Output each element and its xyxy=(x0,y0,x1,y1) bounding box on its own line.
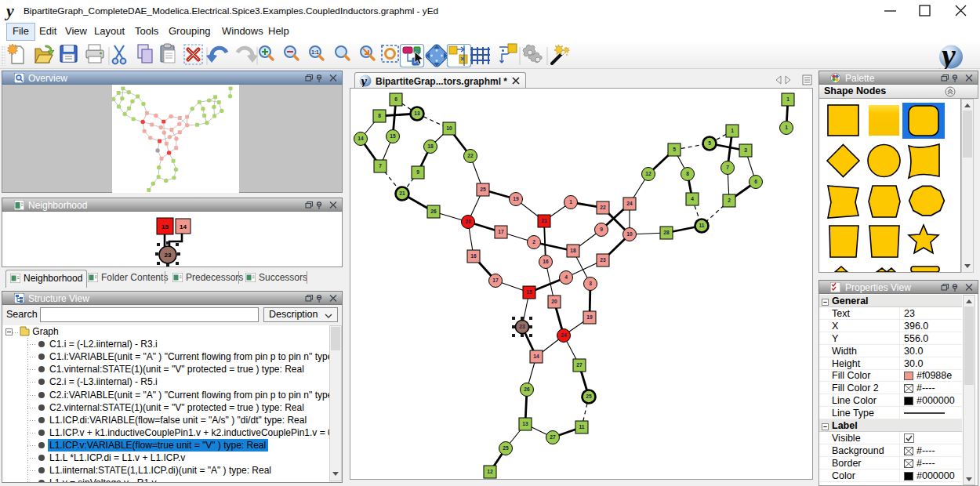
svg-text:5: 5 xyxy=(673,147,676,152)
svg-text:28: 28 xyxy=(663,230,670,235)
svg-text:15: 15 xyxy=(526,289,532,295)
svg-text:1:1: 1:1 xyxy=(311,49,319,55)
svg-text:23: 23 xyxy=(600,257,606,263)
svg-text:1: 1 xyxy=(731,128,734,133)
svg-text:16: 16 xyxy=(470,253,477,259)
svg-text:25: 25 xyxy=(480,187,486,192)
svg-text:23: 23 xyxy=(165,252,172,259)
svg-text:7: 7 xyxy=(726,165,729,170)
svg-text:17: 17 xyxy=(492,277,499,283)
svg-text:8: 8 xyxy=(378,113,381,118)
svg-text:7: 7 xyxy=(379,163,382,169)
svg-text:11: 11 xyxy=(699,223,705,228)
svg-text:18: 18 xyxy=(570,248,576,253)
svg-text:2: 2 xyxy=(532,239,535,245)
svg-text:17: 17 xyxy=(498,229,504,234)
svg-text:y: y xyxy=(938,45,956,69)
svg-text:19: 19 xyxy=(513,196,519,201)
svg-text:3: 3 xyxy=(589,281,592,286)
svg-text:11: 11 xyxy=(579,424,585,430)
svg-text:24: 24 xyxy=(626,201,633,206)
svg-text:20: 20 xyxy=(465,219,471,224)
svg-text:25: 25 xyxy=(503,445,509,451)
svg-text:25: 25 xyxy=(586,394,592,399)
svg-text:10: 10 xyxy=(626,231,633,237)
svg-text:13: 13 xyxy=(522,421,528,426)
svg-text:22: 22 xyxy=(467,153,474,158)
svg-text:22: 22 xyxy=(600,205,606,210)
svg-text:27: 27 xyxy=(550,434,556,440)
svg-text:1: 1 xyxy=(785,125,788,130)
svg-text:19: 19 xyxy=(586,314,593,320)
svg-text:1: 1 xyxy=(786,96,789,102)
svg-text:9: 9 xyxy=(600,227,603,232)
svg-text:16: 16 xyxy=(543,259,549,264)
svg-text:10: 10 xyxy=(446,125,452,131)
svg-text:15: 15 xyxy=(162,223,169,230)
svg-text:14: 14 xyxy=(180,223,187,230)
svg-text:6: 6 xyxy=(394,96,397,102)
svg-text:23: 23 xyxy=(519,324,525,329)
svg-text:y: y xyxy=(360,74,368,87)
svg-text:14: 14 xyxy=(358,136,364,141)
svg-text:4: 4 xyxy=(691,196,694,201)
svg-text:26: 26 xyxy=(430,209,437,214)
svg-text:14: 14 xyxy=(533,354,539,359)
svg-text:20: 20 xyxy=(551,299,557,304)
svg-text:1: 1 xyxy=(569,199,572,205)
svg-text:12: 12 xyxy=(487,469,493,474)
svg-text:18: 18 xyxy=(427,143,434,149)
svg-text:15: 15 xyxy=(390,133,396,139)
svg-text:21: 21 xyxy=(541,218,547,223)
svg-text:3: 3 xyxy=(744,147,747,153)
svg-text:8: 8 xyxy=(686,171,689,176)
svg-text:9: 9 xyxy=(416,169,419,175)
svg-text:27: 27 xyxy=(576,362,583,368)
svg-text:5: 5 xyxy=(708,140,711,146)
svg-text:24: 24 xyxy=(561,332,567,338)
svg-text:13: 13 xyxy=(414,111,420,116)
svg-text:26: 26 xyxy=(524,386,530,392)
svg-text:4: 4 xyxy=(564,274,568,280)
svg-text:21: 21 xyxy=(399,190,405,196)
svg-text:12: 12 xyxy=(645,171,652,176)
svg-text:2: 2 xyxy=(728,198,731,203)
svg-text:6: 6 xyxy=(754,179,757,184)
